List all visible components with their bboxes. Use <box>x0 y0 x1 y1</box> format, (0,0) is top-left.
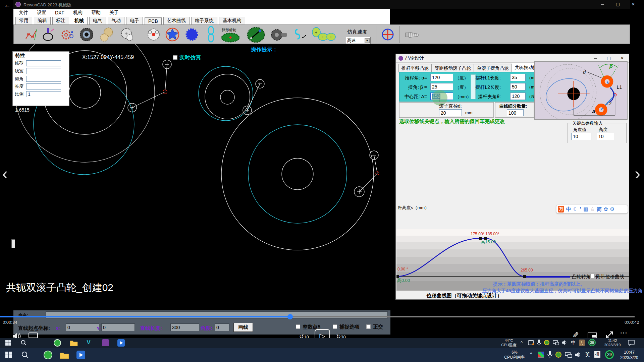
window-maximize-button[interactable]: ▢ <box>611 2 625 7</box>
planet-gear-icon[interactable] <box>145 26 162 43</box>
recorded-ime-wan-icon[interactable]: 万 <box>579 340 585 346</box>
tab-pneumatic[interactable]: 气动 <box>108 17 124 24</box>
recorded-app-design-icon[interactable] <box>102 339 109 346</box>
search-icon[interactable] <box>21 351 29 359</box>
tray-speaker-icon[interactable] <box>575 352 582 358</box>
panel-handle[interactable] <box>11 239 15 248</box>
l1-input[interactable]: 35 <box>510 74 526 81</box>
cam-profile-icon[interactable] <box>164 26 181 43</box>
tab-annotate[interactable]: 标注 <box>52 17 69 24</box>
draw-line-button[interactable]: 画线 <box>233 323 253 332</box>
linkage-icon[interactable] <box>23 27 39 42</box>
sim-speed-select[interactable]: 高速 ▼ <box>345 37 371 44</box>
recorded-app-media-icon[interactable] <box>117 339 125 347</box>
roller-dia-input[interactable]: 20 <box>439 109 462 116</box>
recorded-notification-icon[interactable] <box>628 340 635 346</box>
y-input[interactable]: 0 <box>101 323 135 331</box>
overlay-curve-checkbox[interactable] <box>590 274 595 278</box>
video-progress-knob[interactable] <box>287 314 293 319</box>
keypoint-angle-input[interactable]: 10 <box>571 133 591 140</box>
ime-skin-icon[interactable]: ✿ <box>604 206 608 212</box>
taskbar-app-browser-icon[interactable] <box>44 351 52 359</box>
tan-gear-pair-icon[interactable] <box>98 26 115 43</box>
menu-file[interactable]: 文件 <box>19 10 28 16</box>
param-scrollbar[interactable] <box>471 74 476 99</box>
tab-edit[interactable]: 编辑 <box>34 17 51 24</box>
molecule-icon[interactable]: +++ <box>310 27 337 42</box>
recorded-app-folder-icon[interactable] <box>70 340 78 346</box>
lang-indicator[interactable]: 英 <box>585 351 590 358</box>
chain-vertical-icon[interactable] <box>204 25 218 44</box>
subdiv-input[interactable]: 100 <box>507 109 524 116</box>
recorded-app-browser-icon[interactable] <box>54 339 61 347</box>
recorded-badge[interactable]: 39 <box>588 339 596 346</box>
dialog-minimize-button[interactable]: ─ <box>589 56 602 61</box>
window-minimize-button[interactable]: ─ <box>596 2 609 7</box>
menu-settings[interactable]: 设置 <box>37 10 46 16</box>
displacement-chart[interactable]: 0.00 ° 高0.00 175.00° 185.00° 高15.00 265.… <box>396 229 629 291</box>
tab-mechanical[interactable]: 机械 <box>71 17 88 24</box>
ime-punct-icon[interactable]: ❜ <box>580 206 581 212</box>
screw-icon[interactable] <box>404 27 420 42</box>
recorded-app-v-icon[interactable]: V <box>87 339 91 346</box>
prop-input-length[interactable] <box>26 83 61 89</box>
x-input[interactable]: 0 <box>66 323 99 331</box>
back-arrow-icon[interactable]: ← <box>4 1 11 9</box>
ime-moon-icon[interactable]: ☾ <box>573 206 578 212</box>
ime-keyboard-icon[interactable]: ▦ <box>583 206 588 212</box>
prop-input-linewidth[interactable] <box>26 68 61 74</box>
window-close-button[interactable]: ✕ <box>627 2 640 7</box>
menu-dxf[interactable]: DXF <box>55 10 64 15</box>
menu-help[interactable]: 帮助 <box>91 10 101 16</box>
nav-left-icon[interactable]: ‹ <box>2 164 8 184</box>
tab-electrical[interactable]: 电气 <box>89 17 106 24</box>
recorded-tray-mic-icon[interactable] <box>537 340 541 346</box>
prop-input-incline[interactable] <box>26 76 61 82</box>
ime-settings-icon[interactable]: ⚙ <box>610 206 614 212</box>
bearing-gear-icon[interactable] <box>78 26 95 43</box>
tab-electronic[interactable]: 电子 <box>126 17 143 24</box>
prop-input-linetype[interactable] <box>26 60 61 66</box>
ime-simplified-icon[interactable]: 简 <box>597 206 602 213</box>
clock[interactable]: 10:47 2023/3/20 <box>616 350 642 360</box>
recorded-tray-network-icon[interactable] <box>553 340 559 345</box>
recorded-tray-capture-icon[interactable] <box>528 340 535 346</box>
swing-angle-input[interactable]: 25 <box>430 83 453 90</box>
dialog-maximize-button[interactable]: ▢ <box>602 56 615 61</box>
tray-colorful-icon[interactable] <box>538 352 544 358</box>
dialog-tab-single-roller-cam[interactable]: 单滚子摆角凸轮 <box>474 64 512 72</box>
taskbar-app-folder-icon[interactable] <box>60 351 69 359</box>
cam-follower-icon[interactable] <box>41 27 57 42</box>
angle-input[interactable]: 0 <box>215 323 229 331</box>
ortho-checkbox[interactable] <box>366 324 371 329</box>
nav-right-icon[interactable]: › <box>635 164 640 184</box>
ime-person-icon[interactable]: ♙ <box>590 206 594 212</box>
dialog-tab-translate-cam[interactable]: 推杆平移凸轮 <box>398 64 432 72</box>
dialog-tab-roller-cam[interactable]: 等距移动滚子凸轮 <box>432 64 474 72</box>
flower-gear-icon[interactable] <box>59 27 75 42</box>
tab-common[interactable]: 常用 <box>15 17 32 24</box>
line-length-input[interactable]: 300 <box>170 323 199 331</box>
recorded-tray-antivirus-icon[interactable] <box>544 340 549 345</box>
snap-options-checkbox[interactable] <box>333 324 337 329</box>
recorded-ime-cn[interactable]: 中 <box>571 340 576 346</box>
start-button-icon[interactable] <box>5 352 12 358</box>
gear-train-icon[interactable] <box>118 26 135 43</box>
ime-cn-icon[interactable]: 中 <box>566 206 571 213</box>
recorded-tray-chevron-icon[interactable]: ^ <box>521 340 523 345</box>
recorded-start-icon[interactable] <box>5 340 11 346</box>
menu-about[interactable]: 关于 <box>109 10 119 16</box>
lever-angle-input[interactable]: 120 <box>510 93 526 100</box>
ime-toolbar[interactable]: 万 中 ☾ ❜ ▦ ♙ 简 ✿ ⚙ <box>556 205 628 214</box>
keypoint-height-input[interactable]: 10 <box>597 133 614 140</box>
oval-gear-icon[interactable] <box>220 32 240 44</box>
tray-network-icon[interactable] <box>565 352 572 358</box>
tray-antivirus-icon[interactable] <box>555 352 561 358</box>
l2-input[interactable]: 50 <box>510 83 526 90</box>
tab-art-curve[interactable]: 艺术曲线 <box>163 17 190 24</box>
dialog-close-button[interactable]: ✕ <box>615 56 629 61</box>
blue-gear-icon[interactable] <box>183 26 200 43</box>
tray-mic-icon[interactable] <box>547 351 552 358</box>
crosshair-icon[interactable] <box>380 27 395 42</box>
green-gear-linkage-icon[interactable] <box>247 25 265 44</box>
